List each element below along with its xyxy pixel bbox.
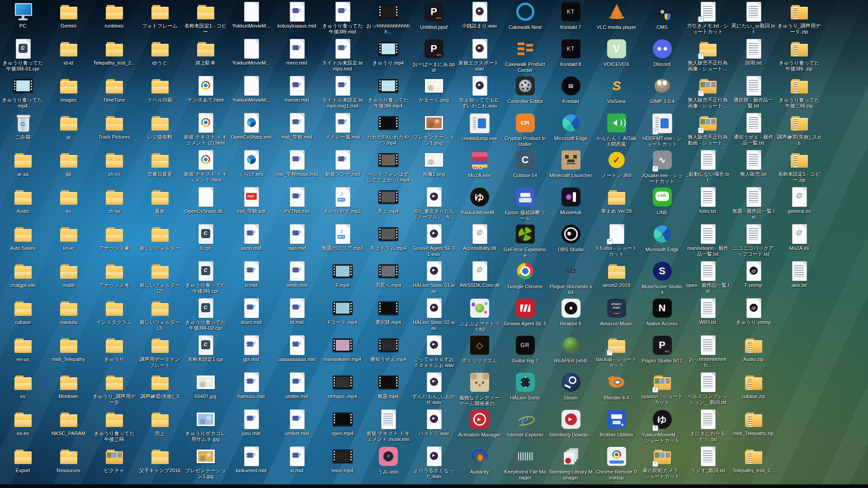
- desktop-icon[interactable]: JQuake.exe - ショートカット: [639, 148, 685, 185]
- desktop-icon[interactable]: きゅうり食ってた午後3時-01.cpr: [0, 37, 46, 74]
- desktop-icon[interactable]: YukkuriMovieM...: [457, 185, 502, 222]
- desktop-icon[interactable]: ko-kr: [46, 222, 91, 259]
- desktop-icon[interactable]: 名称未設定1.cpr: [183, 333, 228, 371]
- desktop-icon[interactable]: 001_東北きりたん（ノーマル）_今じゃ...: [411, 185, 457, 222]
- desktop-icon[interactable]: ko: [46, 185, 91, 222]
- desktop-icon[interactable]: Activation Manager: [457, 408, 502, 445]
- desktop-icon[interactable]: おっhhhhhhhhhhh...: [685, 333, 731, 371]
- desktop-icon[interactable]: Piapro Studio NT2: [639, 333, 685, 371]
- desktop-icon[interactable]: dram.mid: [228, 296, 274, 333]
- desktop-icon[interactable]: きゅうり食ってた午後3時 .zip: [776, 37, 822, 74]
- desktop-icon[interactable]: ごみ箱: [0, 111, 46, 148]
- desktop-icon[interactable]: 新しいフォルダー (2): [137, 259, 183, 296]
- desktop-icon[interactable]: Google Chrome: [502, 259, 548, 296]
- desktop-icon[interactable]: Reaktor 6: [548, 296, 594, 333]
- desktop-icon[interactable]: きゅうり.ymmp: [731, 296, 776, 333]
- desktop-icon[interactable]: chatgpt-site: [0, 259, 46, 296]
- desktop-icon[interactable]: LINE: [639, 185, 685, 222]
- desktop-icon[interactable]: 万引きメモ.txt - ショートカット: [685, 0, 731, 37]
- desktop-icon[interactable]: HDDFMT.exe - ショートカット: [639, 111, 685, 148]
- desktop-icon[interactable]: だれだFXいれたやつ.mp4: [365, 111, 411, 148]
- desktop-icon[interactable]: runtimes: [91, 0, 137, 37]
- desktop-icon[interactable]: Plogue sforzando x64: [548, 259, 594, 296]
- desktop-icon[interactable]: プレゼンテーション1.jpg: [183, 445, 228, 482]
- desktop-icon[interactable]: Groove Agent SE 5: [502, 296, 548, 333]
- desktop-icon[interactable]: Audio.zip: [731, 333, 776, 371]
- desktop-icon[interactable]: ポリリリリズム: [457, 333, 502, 371]
- desktop-icon[interactable]: HALion Sonic 01.wav: [411, 259, 457, 296]
- desktop-icon[interactable]: MuseHub: [548, 185, 594, 222]
- desktop-icon[interactable]: Keepforest File Manager: [502, 445, 548, 482]
- desktop-icon[interactable]: 無人販売不正行為画像 - ショートカッ...: [685, 37, 731, 74]
- desktop-icon[interactable]: es-es: [0, 408, 46, 445]
- desktop-icon[interactable]: 無題のスコア.mp3: [320, 222, 365, 259]
- desktop-icon[interactable]: Kontakt: [548, 74, 594, 111]
- desktop-icon[interactable]: きゅうり_調声用データ: [91, 371, 137, 408]
- desktop-icon[interactable]: 名称未設定1 - コピー.zip: [776, 148, 822, 185]
- desktop-icon[interactable]: maniuta: [46, 296, 91, 333]
- desktop-icon[interactable]: PC: [0, 0, 46, 37]
- desktop-icon[interactable]: YukkuriMovieM...: [228, 0, 274, 37]
- desktop-icon[interactable]: MoZA.ini: [776, 222, 822, 259]
- desktop-icon[interactable]: YukkuriMovieM...: [228, 37, 274, 74]
- desktop-icon[interactable]: aorin.mid: [228, 222, 274, 259]
- desktop-icon[interactable]: アナウンス夏: [91, 222, 137, 259]
- desktop-icon[interactable]: 新しいフォルダー: [137, 222, 183, 259]
- desktop-icon[interactable]: おーばーまにあ.ppsf: [411, 37, 457, 74]
- desktop-icon[interactable]: わかりやす.mp3: [320, 185, 365, 222]
- desktop-icon[interactable]: cubase.zip: [731, 371, 776, 408]
- desktop-icon[interactable]: createdump.exe: [457, 111, 502, 148]
- desktop-icon[interactable]: プレゼンテーション1.png: [411, 111, 457, 148]
- desktop-icon[interactable]: 新しいフォルダー (3): [137, 296, 183, 333]
- desktop-icon[interactable]: ゆうと: [137, 37, 183, 74]
- desktop-icon[interactable]: きゅうり食ってた午後三時: [91, 408, 137, 445]
- desktop-icon[interactable]: Groove Agent SE 01.wav: [411, 222, 457, 259]
- desktop-icon[interactable]: kotusytuaaus.mid: [274, 0, 320, 37]
- desktop-icon[interactable]: manisekarin - 親作品一覧.txt: [685, 222, 731, 259]
- desktop-icon[interactable]: Blender 4.4: [594, 371, 639, 408]
- desktop-icon[interactable]: タイトル未設定.tempo.ong1.mid: [320, 74, 365, 111]
- desktop-icon[interactable]: en-us: [0, 333, 46, 371]
- desktop-icon[interactable]: mid_学校.pdf: [228, 185, 274, 222]
- desktop-icon[interactable]: ニコニコバックアップコード.txt: [731, 222, 776, 259]
- desktop-icon[interactable]: きゅうり食ってた午後3時.mp4: [365, 74, 411, 111]
- desktop-icon[interactable]: おっhhhhhhhhhhhhh...: [365, 0, 411, 37]
- desktop-icon[interactable]: VLC media player: [594, 0, 639, 37]
- desktop-icon[interactable]: Chrome Remote Desktop: [594, 445, 639, 482]
- desktop-icon[interactable]: WIFI.txt: [685, 296, 731, 333]
- desktop-icon[interactable]: backup - ショートカット: [594, 333, 639, 371]
- desktop-icon[interactable]: REAPER (x64): [548, 333, 594, 371]
- desktop-icon[interactable]: TimeTune: [91, 74, 137, 111]
- desktop-icon[interactable]: アナウンス冬: [91, 259, 137, 296]
- desktop-icon[interactable]: 選択肢 - 親作品一覧.txt: [731, 74, 776, 111]
- desktop-icon[interactable]: 筆まめ Ver.28: [594, 185, 639, 222]
- desktop-icon[interactable]: Fコード.mp4: [320, 296, 365, 333]
- desktop-icon[interactable]: td.mid: [274, 296, 320, 333]
- desktop-icon[interactable]: 調声練習(失敗)_3.zip: [776, 111, 822, 148]
- desktop-icon[interactable]: PVTNd.mid: [274, 185, 320, 222]
- desktop-icon[interactable]: Brother Utilities: [594, 408, 639, 445]
- desktop-icon[interactable]: きゅうり_調声用データ.zip: [776, 0, 822, 37]
- desktop-icon[interactable]: 井上.mp4: [365, 185, 411, 222]
- desktop-icon[interactable]: open - 親作品一覧.txt: [685, 259, 731, 296]
- desktop-icon[interactable]: くらび.xml: [228, 148, 274, 185]
- desktop-icon[interactable]: 無題.mp4: [365, 371, 411, 408]
- desktop-icon[interactable]: Mixdown: [46, 371, 91, 408]
- desktop-icon[interactable]: MoZA.exe: [457, 148, 502, 185]
- desktop-icon[interactable]: GIMP 3.0.4: [639, 74, 685, 111]
- desktop-icon[interactable]: ずんだもん_しおかぜ.wav: [411, 371, 457, 408]
- desktop-icon[interactable]: _起動しない場合.txt: [685, 148, 731, 185]
- desktop-icon[interactable]: Cakewalk Next: [502, 0, 548, 37]
- desktop-icon[interactable]: malib: [46, 259, 91, 296]
- desktop-icon[interactable]: syasinn - ショートカット: [639, 371, 685, 408]
- desktop-icon[interactable]: Gemini: [46, 0, 91, 37]
- desktop-icon[interactable]: Discord: [639, 37, 685, 74]
- desktop-icon[interactable]: Telepathy_Inst_2...: [731, 445, 776, 482]
- desktop-icon[interactable]: VOICEVOX: [594, 37, 639, 74]
- desktop-icon[interactable]: きゅうりボカコレ用サムネ.jpg: [183, 408, 228, 445]
- desktop-icon[interactable]: 65407.jpg: [183, 371, 228, 408]
- desktop-icon[interactable]: 新規エクスポート.wav: [457, 37, 502, 74]
- desktop-icon[interactable]: まにまにわーるど！ .txt: [685, 408, 731, 445]
- desktop-icon[interactable]: Guitar Rig 7: [502, 333, 548, 371]
- desktop-icon[interactable]: 新規 テキスト ドキュメント.html: [183, 148, 228, 185]
